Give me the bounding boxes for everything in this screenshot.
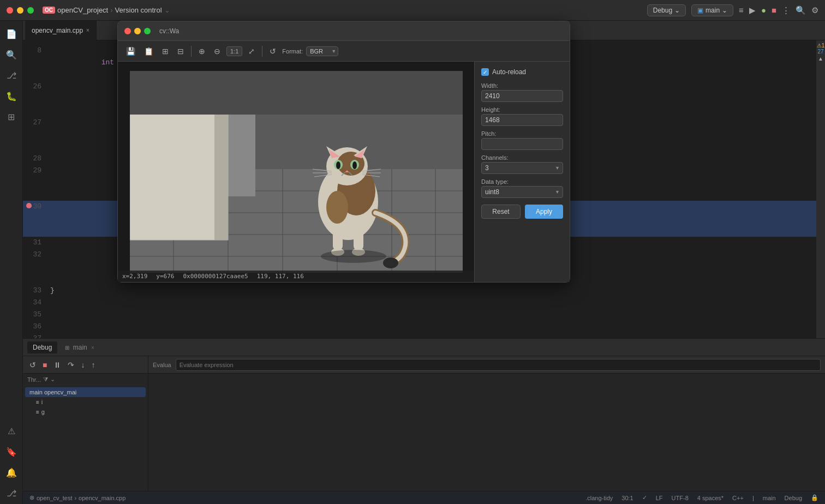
tab-debug-label: Debug xyxy=(33,344,52,351)
more-icon[interactable]: ⋮ xyxy=(782,5,790,15)
channels-select-wrapper: 1 2 3 4 ▼ xyxy=(481,162,563,174)
status-sep2: | xyxy=(752,495,754,501)
toolbar-separator-2 xyxy=(262,46,262,57)
stop-debug-icon[interactable]: ■ xyxy=(40,359,49,370)
debug-left-panel: ↺ ■ ⏸ ↷ ↓ ↑ Thr... ⧩ ⌄ main openc xyxy=(23,356,148,491)
channels-select[interactable]: 1 2 3 4 xyxy=(481,162,563,174)
reset-button[interactable]: Reset xyxy=(481,205,521,219)
expand-icon[interactable]: ⤢ xyxy=(246,45,258,57)
sidebar-item-notifications[interactable]: 🔔 xyxy=(3,464,20,481)
editor-gutter-right: ⚠1 27 ▲ xyxy=(816,40,825,338)
frame-item-main[interactable]: main opencv_mai xyxy=(25,387,146,397)
step-out-icon[interactable]: ↑ xyxy=(89,359,97,370)
variables-area xyxy=(148,374,825,491)
tab-main[interactable]: ⊞ main × xyxy=(59,341,100,353)
close-button[interactable] xyxy=(7,7,13,14)
sidebar-item-git-bottom[interactable]: ⎇ xyxy=(3,484,20,502)
restart-icon[interactable]: ↺ xyxy=(27,359,38,370)
minimize-button[interactable] xyxy=(17,7,23,14)
image-display-area[interactable]: x=2,319 y=676 0x0000000127caaee5 119, 11… xyxy=(118,62,474,282)
sidebar-item-files[interactable]: 📄 xyxy=(3,25,20,43)
filter-icon[interactable]: ⧩ xyxy=(43,376,48,383)
height-input[interactable] xyxy=(481,114,563,126)
evaluate-label: Evalua xyxy=(153,362,171,368)
viewer-close-button[interactable] xyxy=(124,28,131,34)
sidebar-item-search[interactable]: 🔍 xyxy=(3,46,20,63)
evaluate-bar: Evalua xyxy=(148,356,825,374)
data-type-select[interactable]: uint8 uint16 float32 float64 xyxy=(481,186,563,198)
scroll-up-icon[interactable]: ▲ xyxy=(818,56,823,62)
sidebar-item-debug-sidebar[interactable]: 🐛 xyxy=(3,87,20,105)
status-branch: main xyxy=(763,495,776,501)
main-button[interactable]: ▣ main ⌄ xyxy=(691,4,733,16)
sidebar-item-breakpoints[interactable]: ⚠ xyxy=(3,422,20,440)
frames-list: main opencv_mai ≡ i ≡ g xyxy=(23,385,148,419)
project-label: openCV_project xyxy=(57,6,108,14)
file-tab-close[interactable]: × xyxy=(86,27,89,33)
save-image-icon[interactable]: 💾 xyxy=(123,45,138,57)
coverage-icon[interactable]: ● xyxy=(761,5,766,15)
channels-label: Channels: xyxy=(481,154,563,161)
zoom-out-icon[interactable]: ⊖ xyxy=(211,45,223,57)
frame-item-g[interactable]: ≡ g xyxy=(25,407,146,417)
evaluate-input[interactable] xyxy=(176,359,821,371)
copy-image-icon[interactable]: 📋 xyxy=(141,45,156,57)
file-tab[interactable]: opencv_main.cpp × xyxy=(25,21,97,40)
notifications-icon: 🔔 xyxy=(6,467,17,478)
step-into-icon[interactable]: ↓ xyxy=(79,359,87,370)
pitch-input[interactable] xyxy=(481,138,563,150)
frame-item-i[interactable]: ≡ i xyxy=(25,397,146,407)
sidebar-item-plugins[interactable]: ⊞ xyxy=(3,108,20,125)
zoom-level[interactable]: 1:1 xyxy=(226,46,242,56)
pause-icon[interactable]: ⏸ xyxy=(51,359,63,370)
maximize-button[interactable] xyxy=(27,7,34,14)
breakpoints-icon: ⚠ xyxy=(8,426,15,436)
title-bar-right: Debug ⌄ ▣ main ⌄ ≡ ▶ ● ■ ⋮ 🔍 ⚙ xyxy=(647,4,818,16)
version-control-label[interactable]: Version control xyxy=(115,6,162,14)
threads-chevron-icon[interactable]: ⌄ xyxy=(50,376,55,383)
svg-point-29 xyxy=(352,161,357,169)
play-icon[interactable]: ▶ xyxy=(749,5,756,15)
tab-main-close[interactable]: × xyxy=(91,345,94,351)
project-badge: OC xyxy=(43,7,55,14)
zoom-in-icon[interactable]: ⊕ xyxy=(196,45,208,57)
apply-button[interactable]: Apply xyxy=(525,205,563,219)
svg-point-28 xyxy=(336,161,340,169)
toolbar-icon[interactable]: ≡ xyxy=(739,5,744,15)
format-select[interactable]: BGR RGB GRAY HSV xyxy=(306,46,338,56)
width-input[interactable] xyxy=(481,90,563,102)
status-project: open_cv_test xyxy=(37,495,72,501)
status-language: C++ xyxy=(732,495,744,501)
debug-label: Debug xyxy=(653,7,672,14)
window-controls[interactable] xyxy=(7,7,34,14)
auto-reload-checkbox[interactable]: ✓ xyxy=(481,68,489,76)
image-viewer: cv::Wa 💾 📋 ⊞ ⊟ ⊕ ⊖ 1:1 ⤢ ↺ Format: BGR R… xyxy=(117,21,570,283)
sidebar-item-bookmarks[interactable]: 🔖 xyxy=(3,443,20,460)
data-type-label: Data type: xyxy=(481,178,563,185)
viewer-traffic-lights[interactable] xyxy=(124,28,151,34)
viewer-minimize-button[interactable] xyxy=(134,28,141,34)
sidebar-item-git[interactable]: ⎇ xyxy=(3,67,20,84)
status-file: ⊗ open_cv_test › opencv_main.cpp xyxy=(29,494,125,501)
debug-button[interactable]: Debug ⌄ xyxy=(647,4,686,16)
file-tab-label: opencv_main.cpp xyxy=(32,27,83,34)
sidebar-icons: 📄 🔍 ⎇ 🐛 ⊞ ⚠ 🔖 🔔 ⎇ xyxy=(0,21,23,504)
width-label: Width: xyxy=(481,82,563,89)
bottom-panel: Debug ⊞ main × ↺ ■ ⏸ ↷ ↓ ↑ xyxy=(23,338,825,491)
stop-icon[interactable]: ■ xyxy=(772,5,776,15)
code-line-34: 34 xyxy=(23,297,825,309)
viewer-maximize-button[interactable] xyxy=(144,28,151,34)
step-over-icon[interactable]: ↷ xyxy=(65,359,76,370)
settings-icon[interactable]: ⚙ xyxy=(811,5,818,15)
threads-label: Thr... xyxy=(27,376,41,383)
fit-all-icon[interactable]: ⊞ xyxy=(159,45,171,57)
code-line-33: 33 } xyxy=(23,285,825,297)
fit-width-icon[interactable]: ⊟ xyxy=(175,45,187,57)
image-statusbar: x=2,319 y=676 0x0000000127caaee5 119, 11… xyxy=(118,271,474,282)
checkmark-icon: ✓ xyxy=(483,69,487,75)
debug-toolbar: ↺ ■ ⏸ ↷ ↓ ↑ xyxy=(23,356,148,374)
search-icon[interactable]: 🔍 xyxy=(796,5,806,15)
code-line-36: 36 xyxy=(23,321,825,333)
refresh-icon[interactable]: ↺ xyxy=(267,45,279,57)
tab-debug[interactable]: Debug xyxy=(27,341,57,353)
